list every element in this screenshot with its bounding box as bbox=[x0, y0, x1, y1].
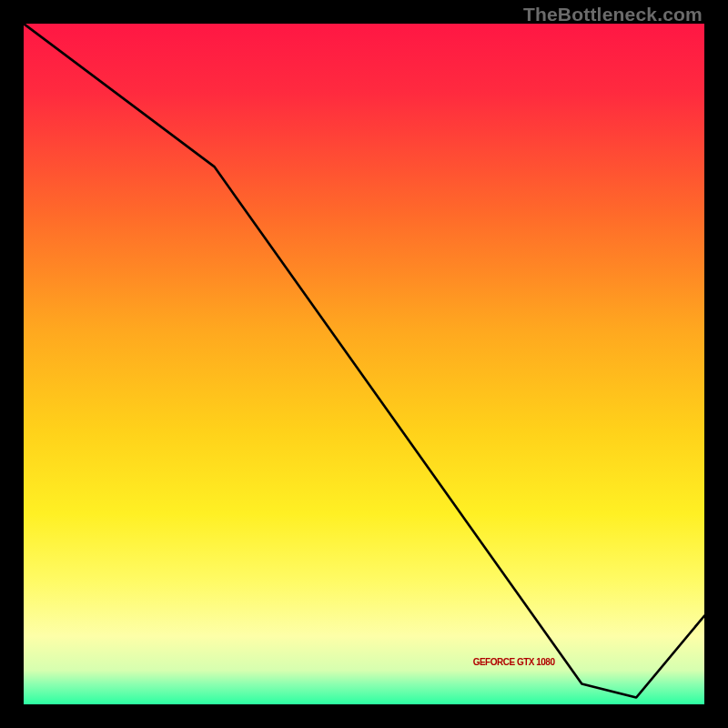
chart-container: GEFORCE GTX 1080 TheBottleneck.com bbox=[0, 0, 728, 728]
plot-area: GEFORCE GTX 1080 bbox=[24, 24, 704, 704]
series-label: GEFORCE GTX 1080 bbox=[473, 657, 555, 667]
watermark: TheBottleneck.com bbox=[523, 4, 703, 25]
chart-line bbox=[24, 24, 704, 698]
chart-line-layer bbox=[24, 24, 704, 704]
